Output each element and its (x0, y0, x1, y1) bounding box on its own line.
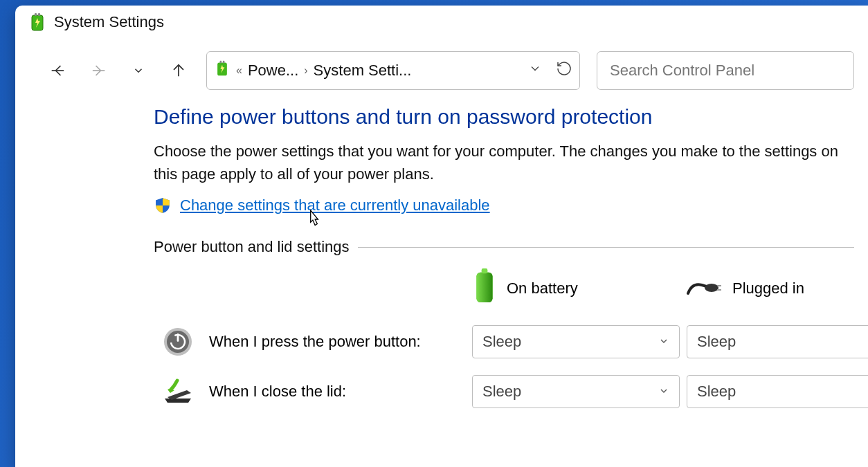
chevron-down-icon[interactable] (528, 62, 542, 80)
dropdown-value: Sleep (697, 333, 736, 351)
svg-rect-11 (717, 285, 721, 286)
section-title: Power button and lid settings (154, 238, 350, 256)
power-button-plugged-dropdown[interactable]: Sleep (687, 325, 868, 358)
divider (358, 247, 854, 248)
svg-rect-2 (35, 13, 37, 16)
search-input[interactable]: Search Control Panel (597, 51, 854, 90)
page-description: Choose the power settings that you want … (154, 140, 854, 185)
forward-button[interactable] (87, 59, 109, 82)
svg-rect-16 (177, 333, 179, 342)
recent-locations-button[interactable] (127, 59, 150, 82)
breadcrumb-parent[interactable]: Powe... (248, 62, 298, 80)
dropdown-value: Sleep (482, 383, 521, 401)
system-settings-window: System Settings (15, 6, 868, 467)
breadcrumb-current[interactable]: System Setti... (314, 62, 412, 80)
titlebar: System Settings (15, 6, 868, 36)
breadcrumb-overflow-icon[interactable]: « (236, 64, 242, 77)
window-title: System Settings (54, 13, 164, 31)
content-area: Define power buttons and turn on passwor… (15, 105, 868, 408)
svg-rect-6 (223, 61, 225, 63)
svg-point-10 (705, 284, 718, 292)
power-options-icon (28, 12, 47, 32)
svg-rect-8 (476, 273, 492, 302)
power-settings-grid: On battery Plugged in (154, 268, 854, 408)
dropdown-value: Sleep (482, 333, 521, 351)
svg-rect-5 (220, 61, 222, 63)
back-button[interactable] (47, 59, 69, 82)
refresh-button[interactable] (556, 60, 572, 81)
svg-rect-3 (38, 13, 40, 16)
change-settings-link[interactable]: Change settings that are currently unava… (180, 196, 490, 214)
row-label-close-lid: When I close the lid: (209, 383, 465, 401)
dropdown-value: Sleep (697, 383, 736, 401)
address-bar[interactable]: « Powe... › System Setti... (206, 51, 580, 90)
chevron-down-icon (658, 383, 669, 401)
power-options-icon (214, 60, 230, 81)
column-header-plugged: Plugged in (687, 275, 868, 302)
close-lid-icon (154, 378, 202, 405)
up-button[interactable] (168, 59, 190, 82)
chevron-down-icon (658, 333, 669, 351)
battery-icon (472, 268, 497, 309)
section-title-row: Power button and lid settings (154, 238, 854, 256)
nav-arrows (47, 59, 190, 82)
column-header-battery: On battery (472, 268, 680, 309)
chevron-right-icon: › (304, 64, 307, 77)
close-lid-plugged-dropdown[interactable]: Sleep (687, 375, 868, 408)
search-placeholder: Search Control Panel (610, 62, 754, 80)
power-button-icon (154, 327, 202, 357)
svg-rect-9 (482, 268, 488, 273)
uac-shield-icon (154, 196, 172, 214)
column-battery-label: On battery (507, 280, 578, 297)
admin-link-row: Change settings that are currently unava… (154, 196, 854, 214)
page-heading: Define power buttons and turn on passwor… (154, 105, 854, 129)
column-plugged-label: Plugged in (732, 280, 804, 297)
nav-row: « Powe... › System Setti... Search Contr… (15, 36, 868, 105)
plug-icon (687, 275, 723, 302)
row-label-power-button: When I press the power button: (209, 333, 465, 351)
close-lid-battery-dropdown[interactable]: Sleep (472, 375, 680, 408)
power-button-battery-dropdown[interactable]: Sleep (472, 325, 680, 358)
svg-rect-12 (717, 289, 721, 291)
